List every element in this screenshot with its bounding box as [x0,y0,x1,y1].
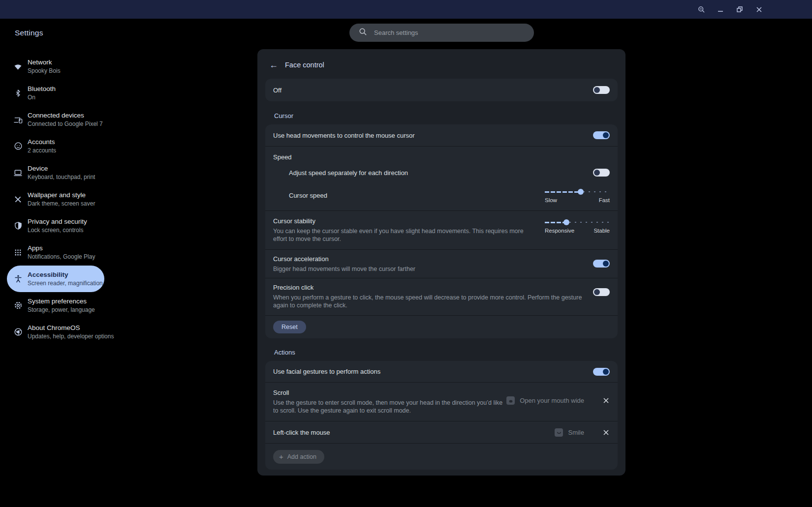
sidebar-item-system-preferences[interactable]: System preferences Storage, power, langu… [7,292,104,319]
restore-button[interactable] [736,5,744,13]
shield-icon [13,221,23,231]
sidebar-item-apps[interactable]: Apps Notifications, Google Play [7,239,104,266]
chrome-icon [13,328,23,337]
sidebar-item-sublabel: On [28,94,56,101]
sidebar-item-label: Wallpaper and style [28,191,95,199]
sidebar-item-label: Accessibility [28,271,103,279]
cursor-acceleration-toggle[interactable] [593,260,610,268]
search-input[interactable] [374,29,517,36]
scroll-gesture-label: Open your mouth wide [520,397,584,404]
scroll-action-label: Scroll [273,389,289,396]
sidebar-item-sublabel: Lock screen, controls [28,227,87,234]
cursor-stability-slider-knob[interactable] [563,219,569,225]
precision-click-label: Precision click [273,284,313,291]
remove-scroll-action-icon[interactable] [602,397,610,405]
add-action-label: Add action [287,453,316,460]
cursor-speed-row: Cursor speed Slow Fast [265,183,618,210]
sidebar-item-label: System preferences [28,298,95,305]
sidebar-item-sublabel: Connected to Google Pixel 7 [28,120,103,128]
cursor-acceleration-description: Bigger head movements will move the curs… [273,265,415,273]
head-movements-row[interactable]: Use head movements to control the mouse … [265,124,618,146]
close-button[interactable] [755,5,763,13]
sidebar-item-sublabel: Notifications, Google Play [28,253,95,261]
off-card: Off [265,79,618,101]
off-row[interactable]: Off [265,79,618,101]
back-arrow-icon[interactable]: ← [269,60,279,70]
sidebar-item-accessibility[interactable]: Accessibility Screen reader, magnificati… [7,266,104,292]
plus-icon: + [279,453,283,460]
face-control-panel: ← Face control Off Cursor Use head movem… [257,49,625,476]
slider-max-label: Fast [599,197,610,203]
add-action-row: + Add action [265,444,618,470]
adjust-speed-row[interactable]: Adjust speed separately for each directi… [265,162,618,183]
sidebar-item-label: Bluetooth [28,85,56,93]
sidebar-item-wallpaper[interactable]: Wallpaper and style Dark theme, screen s… [7,186,104,212]
sidebar-item-device[interactable]: Device Keyboard, touchpad, print [7,159,104,186]
sidebar-item-label: Privacy and security [28,218,87,226]
open-mouth-face-icon [506,396,515,405]
page-title: Settings [15,29,43,37]
add-action-button[interactable]: + Add action [273,450,324,464]
head-movements-toggle[interactable] [593,131,610,139]
reset-button[interactable]: Reset [273,321,306,333]
cursor-speed-slider[interactable] [545,188,610,195]
sidebar-item-sublabel: Storage, power, language [28,306,95,314]
sidebar: Network Spooky Bois Bluetooth On Connect… [0,53,118,345]
facial-gestures-toggle[interactable] [593,368,610,376]
actions-card: Use facial gestures to perform actions S… [265,361,618,470]
slider-max-label: Stable [593,228,610,234]
sidebar-item-bluetooth[interactable]: Bluetooth On [7,80,104,106]
remove-left-click-action-icon[interactable] [602,428,610,436]
sidebar-item-label: Connected devices [28,112,103,119]
left-click-gesture-label: Smile [568,429,584,436]
adjust-speed-toggle[interactable] [593,169,610,177]
minimize-button[interactable] [717,5,724,13]
cursor-speed-slider-knob[interactable] [578,189,584,195]
search-bar[interactable] [349,24,534,42]
sidebar-item-sublabel: Dark theme, screen saver [28,200,95,208]
sidebar-item-label: Device [28,165,95,173]
account-icon [13,142,23,151]
sidebar-item-sublabel: 2 accounts [28,147,56,154]
cursor-speed-label: Cursor speed [289,191,327,200]
slider-min-label: Slow [545,197,557,203]
face-control-toggle[interactable] [593,86,610,94]
cursor-acceleration-label: Cursor acceleration [273,255,329,263]
cursor-acceleration-row[interactable]: Cursor acceleration Bigger head movement… [265,250,618,278]
sidebar-item-network[interactable]: Network Spooky Bois [7,53,104,80]
cursor-stability-description: You can keep the cursor stable even if y… [273,227,538,243]
sidebar-item-label: About ChromeOS [28,324,114,332]
apps-grid-icon [13,248,23,257]
connected-devices-icon [13,115,23,124]
sidebar-item-accounts[interactable]: Accounts 2 accounts [7,133,104,159]
cursor-stability-slider[interactable] [545,219,610,226]
precision-click-row[interactable]: Precision click When you perform a gestu… [265,278,618,315]
sidebar-item-privacy[interactable]: Privacy and security Lock screen, contro… [7,212,104,239]
wallpaper-icon [13,195,23,204]
window-titlebar [0,0,812,19]
search-icon [359,28,367,38]
sidebar-item-connected-devices[interactable]: Connected devices Connected to Google Pi… [7,106,104,133]
actions-section-label: Actions [274,349,618,356]
left-click-action-row[interactable]: Left-click the mouse Smile [265,421,618,443]
scroll-action-row[interactable]: Scroll Use the gesture to enter scroll m… [265,383,618,421]
reset-row: Reset [265,316,618,338]
slider-min-label: Responsive [545,228,574,234]
sidebar-item-sublabel: Screen reader, magnification [28,280,103,287]
cursor-card: Use head movements to control the mouse … [265,124,618,338]
panel-title: Face control [285,61,324,69]
sidebar-item-sublabel: Spooky Bois [28,67,61,75]
head-movements-label: Use head movements to control the mouse … [273,131,415,140]
precision-click-toggle[interactable] [593,288,610,296]
adjust-speed-label: Adjust speed separately for each directi… [289,169,408,177]
speed-group-label: Speed [265,147,618,162]
left-click-label: Left-click the mouse [273,428,330,437]
sidebar-item-sublabel: Keyboard, touchpad, print [28,174,95,181]
cursor-stability-label: Cursor stability [273,217,315,225]
accessibility-icon [13,274,23,284]
facial-gestures-row[interactable]: Use facial gestures to perform actions [265,361,618,382]
off-label: Off [273,86,281,94]
zoom-out-icon[interactable] [697,5,705,13]
sidebar-item-about-chromeos[interactable]: About ChromeOS Updates, help, developer … [7,319,104,345]
smile-face-icon [555,428,563,437]
